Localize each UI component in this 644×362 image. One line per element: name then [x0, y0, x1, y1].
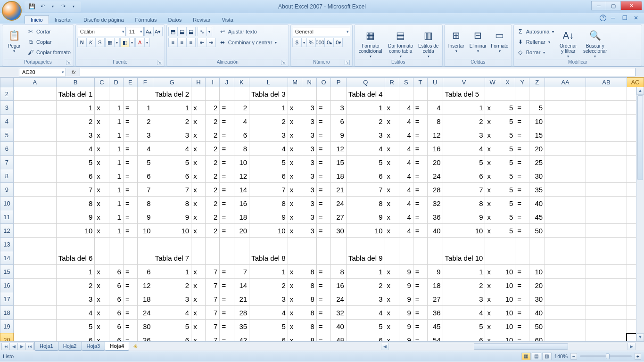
scroll-right-icon[interactable]: ▶: [627, 343, 635, 350]
sheet-tab-hoja1[interactable]: Hoja1: [34, 342, 58, 351]
help-icon[interactable]: ?: [600, 15, 606, 21]
paste-button[interactable]: 📋 Pegar ▾: [4, 27, 24, 54]
col-header-X[interactable]: X: [500, 78, 515, 87]
underline-button[interactable]: S: [95, 38, 105, 47]
col-header-A[interactable]: A: [13, 78, 56, 87]
decrease-decimal-icon[interactable]: .0▾: [333, 38, 343, 47]
col-header-J[interactable]: J: [220, 78, 234, 87]
scroll-up-icon[interactable]: ▲: [636, 87, 644, 95]
row-header-10[interactable]: 10: [0, 197, 14, 210]
format-as-table-button[interactable]: ▤Dar formato como tabla▾: [387, 27, 415, 59]
doc-close-icon[interactable]: ✕: [634, 15, 640, 21]
align-left-icon[interactable]: ≡: [168, 38, 178, 47]
zoom-handle[interactable]: [606, 354, 610, 359]
horizontal-scrollbar[interactable]: ◀ ▶: [381, 343, 636, 350]
col-header-K[interactable]: K: [234, 78, 249, 87]
zoom-out-icon[interactable]: −: [570, 353, 577, 360]
sheet-nav-prev-icon[interactable]: ◀: [9, 343, 18, 350]
align-bottom-icon[interactable]: ⬓: [186, 27, 196, 36]
col-header-P[interactable]: P: [331, 78, 347, 87]
format-cells-button[interactable]: ▭Formato▾: [490, 27, 510, 54]
new-sheet-icon[interactable]: ✳: [130, 343, 140, 350]
font-name-combo[interactable]: Calibri: [78, 27, 126, 36]
sheet-tab-hoja4[interactable]: Hoja4: [105, 342, 129, 351]
sheet-tab-hoja3[interactable]: Hoja3: [82, 342, 106, 351]
scroll-thumb[interactable]: [637, 95, 643, 180]
fill-color-dropdown-icon[interactable]: ▾: [129, 38, 135, 47]
sheet-nav-next-icon[interactable]: ▶: [17, 343, 26, 350]
ribbon-minimize-icon[interactable]: ─: [611, 15, 618, 21]
delete-cells-button[interactable]: ⊟Eliminar▾: [468, 27, 488, 54]
col-header-AB[interactable]: AB: [586, 78, 627, 87]
zoom-slider[interactable]: [580, 355, 632, 357]
bold-button[interactable]: N: [77, 38, 87, 47]
close-button[interactable]: ✕: [620, 1, 642, 10]
scroll-left-icon[interactable]: ◀: [381, 343, 389, 350]
normal-view-icon[interactable]: ▦: [521, 353, 531, 360]
row-header-18[interactable]: 18: [0, 306, 14, 320]
tab-diseno[interactable]: Diseño de página: [78, 16, 130, 24]
comma-icon[interactable]: 000: [315, 38, 325, 47]
row-header-5[interactable]: 5: [0, 128, 14, 142]
sheet-nav-first-icon[interactable]: ⏮: [1, 343, 10, 350]
tab-inicio[interactable]: Inicio: [25, 15, 49, 24]
find-select-button[interactable]: 🔍Buscar y seleccionar▾: [581, 27, 609, 59]
page-break-view-icon[interactable]: ▥: [542, 353, 552, 360]
page-layout-view-icon[interactable]: ▤: [532, 353, 541, 360]
col-header-U[interactable]: U: [427, 78, 443, 87]
row-header-3[interactable]: 3: [0, 101, 14, 115]
row-header-14[interactable]: 14: [0, 251, 14, 265]
row-header-8[interactable]: 8: [0, 169, 14, 183]
merge-center-button[interactable]: ⬌Combinar y centrar▾: [218, 38, 278, 47]
orientation-icon[interactable]: ⤡: [198, 27, 207, 36]
col-header-Q[interactable]: Q: [346, 78, 385, 87]
clipboard-launcher-icon[interactable]: ↘: [66, 60, 71, 65]
increase-decimal-icon[interactable]: .0▴: [324, 38, 334, 47]
col-header-V[interactable]: V: [443, 78, 485, 87]
row-header-17[interactable]: 17: [0, 292, 14, 306]
row-header-6[interactable]: 6: [0, 142, 14, 156]
col-header-N[interactable]: N: [302, 78, 316, 87]
increase-indent-icon[interactable]: ⇥: [206, 38, 216, 47]
doc-restore-icon[interactable]: ❐: [622, 15, 629, 21]
tab-formulas[interactable]: Fórmulas: [130, 16, 163, 24]
shrink-font-icon[interactable]: A▾: [153, 27, 163, 36]
sheet-nav-last-icon[interactable]: ⏭: [25, 343, 34, 350]
align-middle-icon[interactable]: ⬓: [177, 27, 187, 36]
format-painter-button[interactable]: 🖌Copiar formato: [26, 48, 72, 57]
align-center-icon[interactable]: ≡: [177, 38, 187, 47]
tab-revisar[interactable]: Revisar: [187, 16, 216, 24]
save-icon[interactable]: 💾: [28, 3, 36, 10]
decrease-indent-icon[interactable]: ⇤: [198, 38, 207, 47]
insert-cells-button[interactable]: ⊞Insertar▾: [446, 27, 466, 54]
col-header-W[interactable]: W: [485, 78, 500, 87]
font-color-dropdown-icon[interactable]: ▾: [144, 38, 150, 47]
cell-styles-button[interactable]: ▥Estilos de celda▾: [417, 27, 440, 59]
clear-button[interactable]: ◇Borrar▾: [516, 48, 555, 57]
maximize-button[interactable]: ▢: [606, 1, 621, 10]
grow-font-icon[interactable]: A▴: [144, 27, 154, 36]
row-header-13[interactable]: 13: [0, 238, 14, 251]
zoom-level[interactable]: 140%: [554, 354, 568, 359]
col-header-F[interactable]: F: [137, 78, 153, 87]
undo-dropdown-icon[interactable]: ▾: [49, 3, 57, 10]
row-header-4[interactable]: 4: [0, 115, 14, 128]
col-header-I[interactable]: I: [206, 78, 220, 87]
row-header-12[interactable]: 12: [0, 224, 14, 238]
fx-icon[interactable]: fx: [70, 69, 78, 75]
redo-icon[interactable]: ↷: [59, 3, 67, 10]
col-header-Y[interactable]: Y: [515, 78, 529, 87]
sort-filter-button[interactable]: A↓Ordenar y filtrar▾: [557, 27, 579, 59]
tab-datos[interactable]: Datos: [162, 16, 187, 24]
qat-customize-icon[interactable]: ▾: [70, 3, 77, 10]
number-format-combo[interactable]: General: [293, 27, 350, 36]
copy-button[interactable]: ⧉Copiar: [26, 37, 72, 47]
worksheet-grid[interactable]: ABCDEFGHIJKLMNOPQRSTUVWXYZAAABAC2Tabla d…: [0, 77, 644, 341]
formula-input[interactable]: [80, 68, 636, 76]
col-header-AC[interactable]: AC: [627, 78, 644, 87]
conditional-format-button[interactable]: ▦Formato condicional▾: [356, 27, 385, 59]
row-header-2[interactable]: 2: [0, 87, 14, 101]
col-header-AA[interactable]: AA: [545, 78, 586, 87]
col-header-D[interactable]: D: [109, 78, 123, 87]
row-header-7[interactable]: 7: [0, 156, 14, 169]
